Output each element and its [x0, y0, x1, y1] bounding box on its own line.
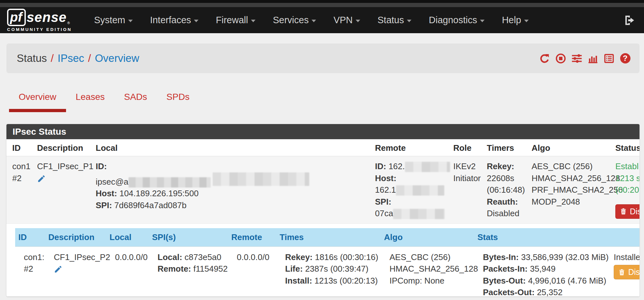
- page-toolbar: ?: [539, 53, 630, 64]
- logo-registered-mark: ®: [67, 21, 70, 25]
- breadcrumb-bar: Status / IPsec / Overview ?: [6, 44, 639, 73]
- table-header-row: ID Description Local Remote Role Timers …: [6, 139, 639, 156]
- panel-header: IPsec Status: [6, 124, 639, 139]
- cell-role: IKEv2 Initiator: [450, 156, 484, 224]
- sign-out-icon[interactable]: [624, 15, 636, 25]
- cell-algo: AES_CBC (256) HMAC_SHA2_256_128 PRF_HMAC…: [528, 156, 612, 224]
- child-col-stats: Stats: [474, 228, 605, 247]
- disconnect-button[interactable]: Disco: [614, 265, 639, 279]
- nav-item-vpn[interactable]: VPN: [325, 12, 369, 29]
- list-icon[interactable]: [604, 53, 614, 64]
- edit-pencil-icon[interactable]: [54, 265, 62, 276]
- nav-item-status[interactable]: Status: [369, 12, 420, 29]
- chevron-down-icon: [480, 20, 485, 22]
- nav-item-services[interactable]: Services: [264, 12, 325, 29]
- col-header-algo: Algo: [528, 139, 612, 156]
- breadcrumb-section: Status: [17, 52, 47, 64]
- chevron-down-icon: [312, 20, 316, 22]
- redacted-blur: [405, 162, 450, 172]
- tab-overview[interactable]: Overview: [9, 86, 66, 112]
- window-top-strip: [0, 0, 644, 3]
- cell-description: CF1_IPsec_P1: [34, 156, 92, 224]
- breadcrumb-link-overview[interactable]: Overview: [95, 52, 139, 64]
- col-header-id: ID: [6, 139, 34, 156]
- chevron-down-icon: [524, 20, 529, 22]
- chevron-down-icon: [251, 20, 255, 22]
- col-header-role: Role: [450, 139, 484, 156]
- nav-item-diagnostics[interactable]: Diagnostics: [420, 12, 493, 29]
- chevron-down-icon: [407, 20, 411, 22]
- stop-icon[interactable]: [555, 53, 566, 64]
- breadcrumb: Status / IPsec / Overview: [17, 52, 139, 64]
- window-sub-strip: [0, 3, 644, 7]
- cell-local: 0.0.0.0/0: [106, 247, 149, 296]
- child-col-times: Times: [276, 228, 381, 247]
- tab-sads[interactable]: SADs: [114, 86, 157, 112]
- cell-description: CF1_IPsec_P2: [45, 247, 106, 296]
- child-sa-table: ID Description Local SPI(s) Remote Times…: [15, 228, 639, 297]
- ike-sa-table: ID Description Local Remote Role Timers …: [6, 139, 639, 296]
- col-header-local: Local: [92, 139, 372, 156]
- ipsec-status-panel: IPsec Status ID Description Local Remote…: [6, 124, 639, 296]
- status-installed-text: Installed: [614, 251, 639, 263]
- panel-title: IPsec Status: [13, 127, 66, 137]
- cell-remote: ID: 162. Host: 162.1 SPI: 07ca: [372, 156, 450, 224]
- cell-id: con1 #2: [6, 156, 34, 224]
- help-icon[interactable]: ?: [620, 53, 630, 64]
- nav-item-system[interactable]: System: [85, 12, 141, 29]
- child-col-local: Local: [106, 228, 149, 247]
- child-col-remote: Remote: [228, 228, 276, 247]
- tab-spds[interactable]: SPDs: [157, 86, 199, 112]
- chevron-down-icon: [356, 20, 360, 22]
- breadcrumb-link-ipsec[interactable]: IPsec: [58, 52, 84, 64]
- logo-edition-text: COMMUNITY EDITION: [7, 27, 72, 32]
- nav-item-firewall[interactable]: Firewall: [207, 12, 264, 29]
- trash-icon: [620, 208, 627, 215]
- cell-status: Establ 1213 s (00:20 Dis: [612, 156, 639, 224]
- cell-stats: Bytes-In: 33,586,939 (32.03 MiB) Packets…: [474, 247, 605, 296]
- redacted-blur: [396, 185, 444, 196]
- table-row: con1: #2 CF1_IPsec_P2: [15, 247, 639, 296]
- bar-chart-icon[interactable]: [588, 53, 598, 64]
- cell-timers: Rekey: 22608s (06:16:48) Reauth: Disable…: [484, 156, 528, 224]
- child-col-actions: [605, 228, 639, 247]
- logo-pf-badge: pf: [7, 9, 26, 26]
- col-header-remote: Remote: [372, 139, 450, 156]
- chevron-down-icon: [128, 20, 133, 22]
- redacted-blur: [129, 177, 211, 188]
- nav-menu: System Interfaces Firewall Services VPN …: [85, 12, 537, 29]
- child-col-spis: SPI(s): [149, 228, 228, 247]
- child-header-row: ID Description Local SPI(s) Remote Times…: [15, 228, 639, 247]
- child-col-description: Description: [45, 228, 106, 247]
- disconnect-button[interactable]: Dis: [615, 204, 639, 219]
- tab-leases[interactable]: Leases: [66, 86, 114, 112]
- trash-icon: [618, 268, 625, 276]
- nav-item-interfaces[interactable]: Interfaces: [141, 12, 207, 29]
- refresh-icon[interactable]: [539, 53, 550, 64]
- chevron-down-icon: [194, 20, 198, 22]
- col-header-timers: Timers: [484, 139, 528, 156]
- breadcrumb-separator: /: [51, 52, 54, 64]
- status-established-text: Establ: [615, 160, 639, 172]
- sliders-icon[interactable]: [572, 53, 582, 64]
- cell-local: ID: ipsec@a Host: 104.189.226.195:500 SP…: [92, 156, 372, 224]
- redacted-blur: [393, 209, 445, 219]
- child-col-id: ID: [15, 228, 45, 247]
- ipsec-tabs: Overview Leases SADs SPDs: [9, 86, 199, 112]
- col-header-description: Description: [34, 139, 92, 156]
- nav-item-help[interactable]: Help: [493, 12, 537, 29]
- logo-sense-text: sense: [27, 10, 67, 25]
- child-sa-container-row: ID Description Local SPI(s) Remote Times…: [6, 223, 639, 296]
- table-row: con1 #2 CF1_IPsec_P1 ID: ipsec@a Host: 1…: [6, 156, 639, 224]
- breadcrumb-separator: /: [88, 52, 91, 64]
- col-header-status: Status: [612, 139, 639, 156]
- redacted-blur: [213, 172, 309, 186]
- cell-times: Rekey: 1816s (00:30:16) Life: 2387s (00:…: [276, 247, 381, 296]
- cell-child-status: Installed Disco: [605, 247, 639, 296]
- child-col-algo: Algo: [381, 228, 474, 247]
- pfsense-logo[interactable]: pfsense® COMMUNITY EDITION: [7, 9, 72, 32]
- cell-remote: 0.0.0.0/0: [228, 247, 276, 296]
- cell-spis: Local: c873e5a0 Remote: f1154952: [149, 247, 228, 296]
- edit-pencil-icon[interactable]: [37, 174, 46, 185]
- cell-algo: AES_CBC (256) HMAC_SHA2_256_128 IPComp: …: [381, 247, 474, 296]
